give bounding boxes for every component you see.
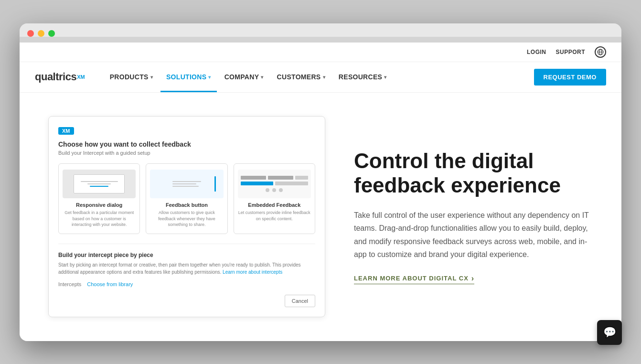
chevron-down-icon: ▾ bbox=[261, 75, 263, 80]
build-section: Build your intercept piece by piece Star… bbox=[58, 244, 315, 307]
nav-label-products: PRODUCTS bbox=[110, 73, 149, 81]
browser-content: LOGIN SUPPORT qualtricsXM PRODUCTS ▾ bbox=[20, 43, 621, 341]
browser-chrome bbox=[20, 23, 621, 37]
mockup-card: XM Choose how you want to collect feedba… bbox=[48, 116, 325, 317]
chat-button[interactable]: 💬 bbox=[597, 320, 622, 345]
btn-preview-bar bbox=[214, 176, 216, 192]
logo[interactable]: qualtricsXM bbox=[35, 71, 85, 83]
ui-mockup-panel: XM Choose how you want to collect feedba… bbox=[48, 116, 325, 317]
logo-wordmark: qualtrics bbox=[35, 71, 76, 83]
btn-prev-line bbox=[172, 186, 199, 187]
mockup-title: Choose how you want to collect feedback bbox=[58, 140, 315, 148]
embed-icon-dot bbox=[279, 188, 283, 192]
dialog-preview bbox=[63, 170, 136, 198]
feedback-options: Responsive dialog Get feedback in a part… bbox=[58, 163, 315, 234]
embed-block bbox=[295, 176, 308, 180]
learn-more-label: LEARN MORE ABOUT DIGITAL CX bbox=[354, 275, 469, 282]
option-desc-feedback-button: Allow customers to give quick feedback w… bbox=[150, 210, 223, 228]
intercepts-label: Intercepts bbox=[58, 281, 81, 287]
option-desc-responsive-dialog: Get feedback in a particular moment base… bbox=[63, 210, 136, 228]
logo-xm: XM bbox=[77, 74, 85, 80]
embed-preview bbox=[238, 170, 311, 198]
support-link[interactable]: SUPPORT bbox=[556, 49, 585, 55]
build-desc: Start by picking an intercept format or … bbox=[58, 261, 315, 276]
chevron-down-icon: ▾ bbox=[208, 75, 211, 80]
embed-block bbox=[268, 176, 293, 180]
right-content: Control the digital feedback experience … bbox=[354, 149, 593, 284]
language-selector[interactable] bbox=[595, 46, 606, 58]
learn-more-intercepts-link[interactable]: Learn more about intercepts bbox=[223, 269, 282, 275]
dialog-inner bbox=[74, 174, 125, 193]
option-desc-embedded-feedback: Let customers provide inline feedback on… bbox=[238, 210, 311, 222]
nav-links: PRODUCTS ▾ SOLUTIONS ▾ COMPANY ▾ CUSTOME… bbox=[104, 62, 534, 92]
feedback-option-embedded-feedback[interactable]: Embedded Feedback Let customers provide … bbox=[234, 163, 315, 234]
xm-badge: XM bbox=[58, 127, 74, 135]
request-demo-button[interactable]: REQUEST DEMO bbox=[534, 69, 606, 86]
embed-row bbox=[241, 176, 308, 180]
nav-item-customers[interactable]: CUSTOMERS ▾ bbox=[271, 62, 331, 92]
choose-from-library-link[interactable]: Choose from library bbox=[87, 281, 133, 287]
nav-label-customers: CUSTOMERS bbox=[277, 73, 321, 81]
btn-prev-line bbox=[172, 183, 196, 184]
nav-item-products[interactable]: PRODUCTS ▾ bbox=[104, 62, 159, 92]
mockup-subtitle: Build your Intercept with a guided setup bbox=[58, 150, 315, 156]
preview-line bbox=[81, 181, 118, 182]
embed-block bbox=[275, 182, 308, 185]
nav-label-solutions: SOLUTIONS bbox=[166, 73, 206, 81]
build-title: Build your intercept piece by piece bbox=[58, 252, 315, 258]
hero-description: Take full control of the user experience… bbox=[354, 209, 593, 261]
chat-icon: 💬 bbox=[603, 326, 616, 339]
option-name-feedback-button: Feedback button bbox=[150, 202, 223, 208]
option-name-responsive-dialog: Responsive dialog bbox=[63, 202, 136, 208]
arrow-icon: › bbox=[471, 274, 474, 283]
nav-item-company[interactable]: COMPANY ▾ bbox=[219, 62, 269, 92]
login-link[interactable]: LOGIN bbox=[527, 49, 546, 55]
navbar: qualtricsXM PRODUCTS ▾ SOLUTIONS ▾ COMPA… bbox=[20, 62, 621, 93]
btn-preview-lines bbox=[172, 181, 201, 187]
embed-icons bbox=[266, 188, 283, 192]
preview-line-blue bbox=[90, 186, 108, 187]
minimize-button[interactable] bbox=[38, 30, 44, 37]
btn-preview bbox=[150, 170, 223, 198]
main-content: XM Choose how you want to collect feedba… bbox=[20, 93, 621, 341]
embed-block-blue bbox=[241, 182, 274, 185]
embed-block bbox=[241, 176, 266, 180]
learn-more-digital-cx-link[interactable]: LEARN MORE ABOUT DIGITAL CX › bbox=[354, 274, 474, 284]
preview-line-short bbox=[87, 183, 111, 184]
hero-title: Control the digital feedback experience bbox=[354, 149, 593, 197]
intercepts-row: Intercepts Choose from library bbox=[58, 281, 315, 287]
btn-prev-line bbox=[172, 181, 201, 182]
traffic-lights bbox=[27, 30, 614, 37]
embed-icon-dot bbox=[266, 188, 269, 192]
embed-icon-dot bbox=[272, 188, 276, 192]
browser-window: LOGIN SUPPORT qualtricsXM PRODUCTS ▾ bbox=[20, 23, 621, 341]
embed-row bbox=[241, 182, 308, 185]
nav-label-resources: RESOURCES bbox=[339, 73, 382, 81]
chevron-down-icon: ▾ bbox=[323, 75, 325, 80]
feedback-option-feedback-button[interactable]: Feedback button Allow customers to give … bbox=[146, 163, 227, 234]
feedback-option-responsive-dialog[interactable]: Responsive dialog Get feedback in a part… bbox=[58, 163, 140, 234]
maximize-button[interactable] bbox=[48, 30, 55, 37]
nav-item-resources[interactable]: RESOURCES ▾ bbox=[333, 62, 393, 92]
close-button[interactable] bbox=[27, 30, 34, 37]
chevron-down-icon: ▾ bbox=[384, 75, 386, 80]
chevron-down-icon: ▾ bbox=[150, 75, 153, 80]
nav-label-company: COMPANY bbox=[224, 73, 259, 81]
top-bar: LOGIN SUPPORT bbox=[20, 43, 621, 62]
nav-item-solutions[interactable]: SOLUTIONS ▾ bbox=[160, 62, 217, 92]
cancel-button[interactable]: Cancel bbox=[285, 295, 315, 307]
option-name-embedded-feedback: Embedded Feedback bbox=[238, 202, 311, 208]
